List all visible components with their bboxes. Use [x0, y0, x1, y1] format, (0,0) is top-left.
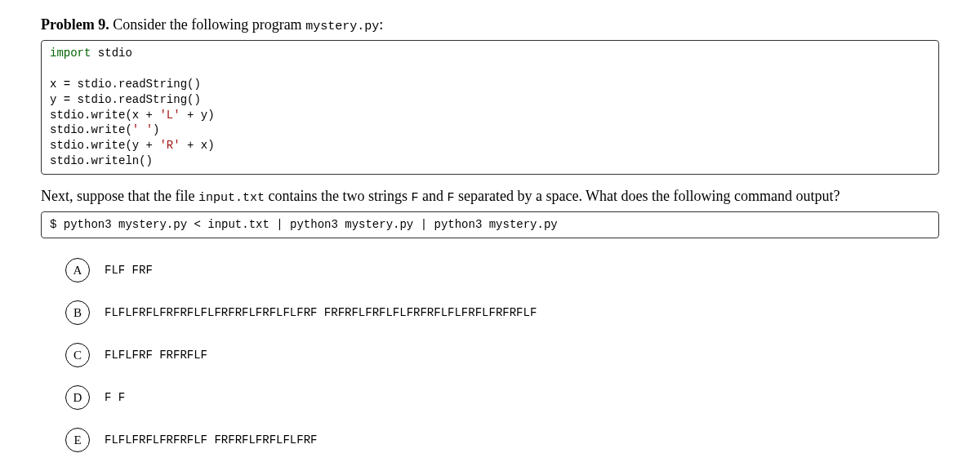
- q-mid2: and: [418, 188, 447, 204]
- page: Problem 9. Consider the following progra…: [0, 0, 980, 471]
- choice-text-d: F F: [105, 391, 125, 404]
- question-text: Next, suppose that the file input.txt co…: [41, 186, 939, 207]
- command-text: $ python3 mystery.py < input.txt | pytho…: [50, 218, 558, 231]
- choice-a[interactable]: A FLF FRF: [65, 258, 939, 282]
- choice-text-c: FLFLFRF FRFRFLF: [105, 349, 207, 362]
- code-block-program: import stdio x = stdio.readString() y = …: [41, 40, 939, 175]
- code-string: 'R': [159, 139, 180, 152]
- q-post: separated by a space. What does the foll…: [455, 188, 840, 204]
- code-text: stdio.writeln(): [50, 154, 153, 167]
- q-file: input.txt: [198, 191, 265, 205]
- code-text: y = stdio.readString(): [50, 93, 201, 106]
- code-string: ' ': [132, 123, 153, 136]
- code-text: + y): [180, 109, 215, 122]
- choice-d[interactable]: D F F: [65, 385, 939, 410]
- code-text: ): [153, 123, 159, 136]
- choice-text-e: FLFLFRFLFRFRFLF FRFRFLFRFLFLFRF: [105, 433, 317, 447]
- problem-header: Problem 9. Consider the following progra…: [41, 16, 939, 33]
- choice-text-b: FLFLFRFLFRFRFLFLFRFRFLFRFLFLFRF FRFRFLFR…: [105, 306, 537, 319]
- code-text: stdio.write(: [50, 123, 132, 136]
- code-string: 'L': [159, 109, 180, 122]
- choice-letter-b: B: [65, 300, 90, 325]
- choice-letter-e: E: [65, 428, 90, 452]
- code-text: stdio.write(y +: [50, 139, 159, 152]
- answer-choices: A FLF FRF B FLFLFRFLFRFRFLFLFRFRFLFRFLFL…: [65, 258, 939, 452]
- code-text: stdio.write(x +: [50, 109, 159, 122]
- choice-b[interactable]: B FLFLFRFLFRFRFLFLFRFRFLFRFLFLFRF FRFRFL…: [65, 300, 939, 325]
- choice-c[interactable]: C FLFLFRF FRFRFLF: [65, 343, 939, 367]
- q-pre: Next, suppose that the file: [41, 188, 198, 204]
- code-keyword: import: [50, 47, 91, 60]
- choice-e[interactable]: E FLFLFRFLFRFRFLF FRFRFLFRFLFLFRF: [65, 428, 939, 452]
- code-text: stdio: [91, 47, 131, 60]
- code-text: x = stdio.readString(): [50, 78, 201, 91]
- problem-filename: mystery.py: [305, 20, 379, 33]
- q-mid1: contains the two strings: [265, 188, 411, 204]
- problem-label: Problem 9.: [41, 16, 109, 33]
- problem-intro: Consider the following program: [113, 16, 301, 33]
- code-block-command: $ python3 mystery.py < input.txt | pytho…: [41, 211, 939, 238]
- choice-letter-a: A: [65, 258, 90, 282]
- choice-text-a: FLF FRF: [105, 264, 153, 277]
- q-s2: F: [447, 191, 454, 205]
- choice-letter-d: D: [65, 385, 90, 410]
- choice-letter-c: C: [65, 343, 90, 367]
- code-text: + x): [180, 139, 215, 152]
- problem-colon: :: [379, 16, 383, 33]
